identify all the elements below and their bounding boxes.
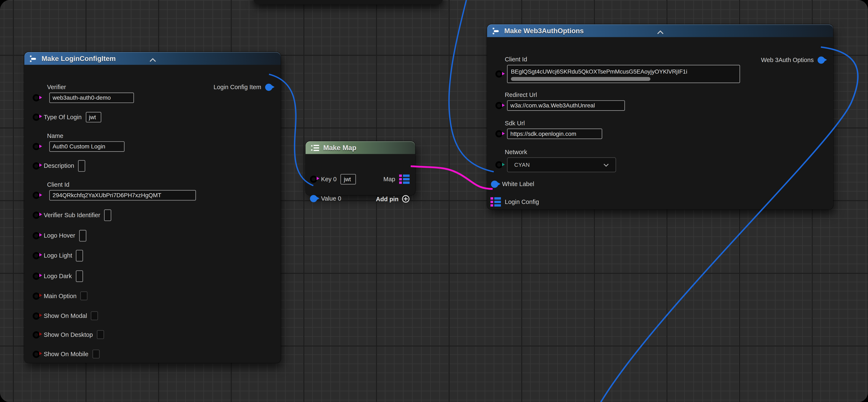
output-pin-login-config-item[interactable] — [265, 84, 272, 91]
make-map-icon — [311, 144, 319, 151]
output-pin-label: Web 3Auth Options — [761, 57, 814, 63]
output-pin-row: Map — [383, 172, 410, 185]
horizontal-scrollbar[interactable] — [511, 77, 736, 81]
name-input[interactable]: Auth0 Custom Login — [50, 141, 125, 152]
pin-show-on-desktop[interactable] — [33, 331, 40, 338]
scrollbar-thumb[interactable] — [511, 77, 651, 81]
pin-label: Main Option — [44, 292, 76, 299]
output-pin-web3auth-options[interactable] — [817, 56, 825, 63]
pin-label: Show On Modal — [44, 312, 87, 319]
add-circle-icon — [402, 195, 410, 203]
key-0-input[interactable]: jwt — [341, 174, 356, 184]
sdk-url-input[interactable]: https://sdk.openlogin.com — [507, 128, 602, 139]
pin-row-show-on-desktop: Show On Desktop — [33, 328, 104, 341]
make-struct-icon — [30, 55, 38, 62]
output-pin-map[interactable] — [399, 174, 410, 184]
show-on-desktop-checkbox[interactable] — [97, 330, 104, 339]
pin-logo-dark[interactable] — [33, 272, 40, 280]
pin-label: Redirect Url — [504, 91, 625, 98]
pin-label: Login Config — [505, 198, 539, 205]
pin-client-id[interactable] — [33, 192, 40, 199]
collapse-node-button[interactable] — [147, 57, 158, 63]
pin-row-network: Network CYAN — [495, 148, 616, 172]
show-on-modal-checkbox[interactable] — [91, 311, 98, 320]
node-title: Make Web3AuthOptions — [504, 27, 584, 35]
node-make-web3auth-options[interactable]: Make Web3AuthOptions Web 3Auth Options C… — [487, 24, 833, 209]
show-on-mobile-checkbox[interactable] — [92, 350, 99, 358]
node-title: Make LoginConfigItem — [41, 55, 116, 62]
pin-label: Sdk Url — [504, 119, 602, 127]
pin-value-0[interactable] — [310, 195, 317, 202]
pin-show-on-modal[interactable] — [33, 312, 40, 319]
pin-description[interactable] — [33, 162, 40, 169]
network-dropdown[interactable]: CYAN — [507, 157, 616, 172]
pin-white-label[interactable] — [491, 180, 498, 188]
pin-row-logo-dark: Logo Dark — [33, 269, 83, 283]
pin-logo-light[interactable] — [33, 252, 40, 259]
pin-label: White Label — [502, 181, 534, 187]
pin-label: Type Of Login — [44, 114, 82, 120]
pin-row-main-option: Main Option — [33, 289, 88, 302]
wire-map-to-login-config[interactable] — [411, 166, 493, 189]
collapse-node-button[interactable] — [655, 29, 666, 35]
pin-label: Description — [44, 162, 74, 169]
pin-row-name: Name Auth0 Custom Login — [33, 132, 124, 152]
pin-name[interactable] — [33, 143, 40, 150]
verifier-sub-identifier-input[interactable] — [104, 209, 111, 221]
node-make-login-config-item[interactable]: Make LoginConfigItem Login Config Item V… — [24, 52, 281, 363]
pin-main-option[interactable] — [33, 292, 40, 299]
pin-label: Show On Mobile — [44, 351, 88, 357]
logo-dark-input[interactable] — [75, 270, 83, 282]
pin-row-value-0: Value 0 — [310, 192, 341, 205]
pin-row-description: Description — [33, 159, 85, 172]
output-pin-label: Map — [383, 176, 395, 182]
pin-login-config[interactable] — [491, 197, 501, 206]
pin-row-client-id: Client Id BEglQSgt4cUWcj6SKRdu5QkOXTsePm… — [495, 56, 740, 83]
pin-redirect-url[interactable] — [495, 102, 502, 109]
pin-row-client-id: Client Id 294QRkchfq2YaXUbPri7D6PH7xzHgQ… — [33, 181, 196, 201]
pin-client-id[interactable] — [495, 70, 502, 78]
pin-show-on-mobile[interactable] — [33, 350, 40, 357]
pin-label: Logo Hover — [44, 232, 75, 239]
pin-verifier[interactable] — [33, 94, 40, 101]
node-title: Make Map — [323, 144, 356, 151]
pin-row-verifier-sub-identifier: Verifier Sub Identifier — [33, 208, 111, 222]
client-id-input[interactable]: BEglQSgt4cUWcj6SKRdu5QkOXTsePmMcusG5EAoy… — [507, 65, 740, 83]
pin-row-show-on-modal: Show On Modal — [33, 309, 98, 322]
pin-verifier-sub-identifier[interactable] — [33, 211, 40, 219]
pin-label: Show On Desktop — [44, 332, 93, 338]
node-make-map[interactable]: Make Map Key 0 jwt Map Value 0 A — [306, 141, 415, 195]
output-pin-row: Login Config Item — [214, 80, 273, 93]
offscreen-node-edge[interactable] — [253, 0, 443, 4]
output-pin-row: Web 3Auth Options — [761, 53, 825, 66]
pin-type-of-login[interactable] — [33, 113, 40, 120]
pin-sdk-url[interactable] — [495, 130, 502, 137]
pin-row-type-of-login: Type Of Login jwt — [33, 110, 101, 123]
node-header[interactable]: Make Map — [306, 141, 415, 154]
main-option-checkbox[interactable] — [81, 291, 88, 300]
pin-row-verifier: Verifier web3auth-auth0-demo — [33, 83, 134, 103]
blueprint-canvas[interactable]: Make LoginConfigItem Login Config Item V… — [0, 0, 868, 402]
client-id-input[interactable]: 294QRkchfq2YaXUbPri7D6PH7xzHgQMT — [50, 190, 196, 201]
logo-hover-input[interactable] — [79, 230, 86, 241]
make-struct-icon — [493, 27, 500, 34]
redirect-url-input[interactable]: w3a://com.w3a.Web3AuthUnreal — [507, 100, 625, 111]
pin-logo-hover[interactable] — [33, 232, 40, 239]
logo-light-input[interactable] — [76, 250, 83, 261]
pin-network[interactable] — [495, 161, 502, 168]
verifier-input[interactable]: web3auth-auth0-demo — [50, 92, 134, 103]
pin-label: Verifier — [46, 83, 134, 91]
pin-label: Key 0 — [321, 176, 337, 182]
pin-key-0[interactable] — [310, 175, 317, 182]
pin-row-login-config: Login Config — [491, 195, 539, 208]
type-of-login-input[interactable]: jwt — [86, 112, 101, 122]
pin-label: Value 0 — [321, 195, 341, 202]
pin-label: Network — [504, 148, 616, 156]
chevron-down-icon — [603, 163, 609, 167]
pin-label: Name — [46, 132, 125, 140]
description-input[interactable] — [78, 160, 85, 171]
pin-row-redirect-url: Redirect Url w3a://com.w3a.Web3AuthUnrea… — [495, 91, 625, 111]
output-pin-label: Login Config Item — [214, 84, 261, 90]
chevron-up-icon — [657, 30, 663, 34]
add-pin-button[interactable]: Add pin — [376, 192, 410, 205]
